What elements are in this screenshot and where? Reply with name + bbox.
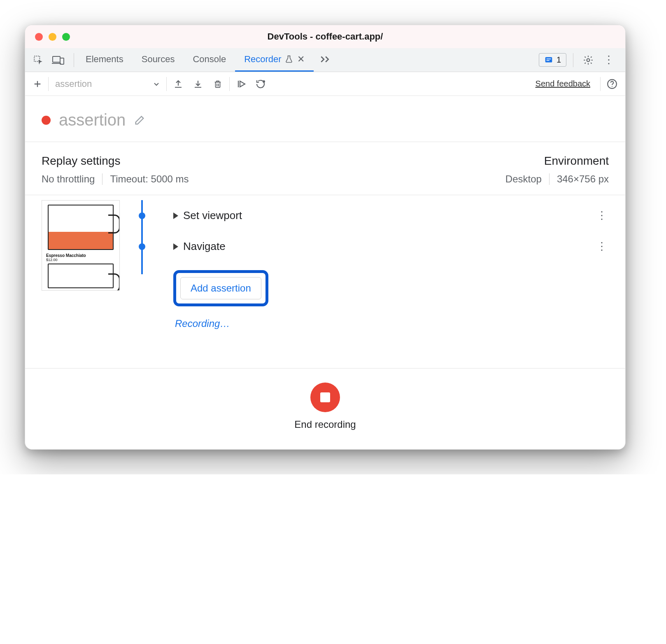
environment-viewport: 346×756 px: [557, 173, 609, 185]
end-recording-label: End recording: [294, 419, 356, 430]
svg-rect-7: [546, 60, 549, 61]
export-icon[interactable]: [170, 76, 186, 92]
environment-heading: Environment: [325, 154, 609, 168]
svg-point-18: [612, 86, 612, 86]
throttling-value[interactable]: No throttling: [42, 173, 95, 185]
more-tabs-icon[interactable]: [314, 48, 336, 72]
tab-console[interactable]: Console: [184, 48, 235, 72]
devtools-window: DevTools - coffee-cart.app/ Elements So: [25, 25, 626, 450]
replay-icon[interactable]: [233, 76, 249, 92]
svg-marker-15: [240, 81, 245, 87]
close-tab-icon[interactable]: ✕: [297, 54, 305, 65]
send-feedback-link[interactable]: Send feedback: [536, 79, 590, 89]
timeline-dot-icon: [139, 243, 145, 250]
window-minimize-button[interactable]: [49, 33, 56, 41]
timeline-step[interactable]: Navigate ⋮: [136, 231, 609, 262]
recording-title-row: assertion: [25, 96, 625, 142]
timeline-dot-icon: [139, 212, 145, 219]
panel-tabs: Elements Sources Console Recorder ✕: [77, 48, 336, 72]
svg-point-8: [587, 58, 590, 61]
window-close-button[interactable]: [35, 33, 43, 41]
recorder-toolbar: assertion: [25, 72, 625, 96]
delete-icon[interactable]: [210, 76, 226, 92]
import-icon[interactable]: [190, 76, 206, 92]
disclosure-triangle-icon[interactable]: [173, 212, 178, 219]
steps-timeline: Set viewport ⋮ Navigate ⋮ Add assertion …: [136, 200, 609, 352]
step-label: Set viewport: [183, 209, 242, 222]
issues-count: 1: [557, 55, 561, 65]
add-assertion-button[interactable]: Add assertion: [180, 277, 261, 299]
edit-title-icon[interactable]: [134, 114, 145, 126]
end-recording-button[interactable]: [310, 383, 340, 412]
new-recording-icon[interactable]: [30, 79, 45, 89]
step-label: Navigate: [183, 240, 226, 253]
experiment-icon: [285, 55, 293, 63]
timeline-rail: [141, 200, 143, 274]
environment-device: Desktop: [505, 173, 542, 185]
stop-icon: [320, 392, 330, 402]
devtools-tabstrip: Elements Sources Console Recorder ✕: [25, 48, 625, 72]
step-options-icon[interactable]: ⋮: [596, 240, 609, 253]
preview-product-price: $12.00: [46, 258, 117, 262]
preview-product-label: Espresso Macchiato: [46, 253, 117, 258]
timeout-value[interactable]: Timeout: 5000 ms: [110, 173, 189, 185]
inspect-element-icon[interactable]: [30, 52, 47, 68]
window-title: DevTools - coffee-cart.app/: [25, 31, 625, 42]
svg-rect-1: [53, 56, 60, 62]
timeline-area: Espresso Macchiato $12.00 Set viewport ⋮…: [25, 195, 625, 368]
recording-status: Recording…: [175, 318, 609, 329]
recorder-footer: End recording: [25, 368, 625, 449]
preview-product-image: [48, 264, 114, 288]
tab-sources[interactable]: Sources: [133, 48, 184, 72]
traffic-lights: [25, 33, 70, 41]
svg-rect-5: [545, 57, 552, 62]
recording-select-value: assertion: [55, 79, 92, 89]
replay-settings-heading: Replay settings: [42, 154, 325, 168]
window-zoom-button[interactable]: [62, 33, 70, 41]
svg-rect-6: [546, 58, 551, 59]
svg-point-16: [263, 80, 265, 83]
performance-replay-icon[interactable]: [253, 76, 269, 92]
recording-title: assertion: [59, 111, 126, 129]
tab-elements[interactable]: Elements: [77, 48, 133, 72]
recording-select[interactable]: assertion: [52, 79, 163, 89]
timeline-step[interactable]: Set viewport ⋮: [136, 200, 609, 231]
window-titlebar: DevTools - coffee-cart.app/: [25, 25, 625, 48]
help-icon[interactable]: [604, 76, 620, 92]
add-assertion-highlight: Add assertion: [173, 270, 268, 306]
page-preview: Espresso Macchiato $12.00: [42, 200, 120, 291]
chevron-down-icon: [153, 81, 160, 87]
tab-recorder[interactable]: Recorder ✕: [235, 48, 313, 72]
recording-indicator-icon: [42, 116, 51, 125]
issues-badge[interactable]: 1: [539, 53, 566, 67]
disclosure-triangle-icon[interactable]: [173, 243, 178, 250]
device-toolbar-icon[interactable]: [50, 52, 66, 68]
settings-icon[interactable]: [580, 52, 596, 68]
settings-row: Replay settings No throttling Timeout: 5…: [25, 142, 625, 195]
more-options-icon[interactable]: ⋮: [601, 52, 617, 68]
svg-rect-11: [216, 82, 220, 87]
step-options-icon[interactable]: ⋮: [596, 209, 609, 222]
preview-product-image: [48, 205, 114, 250]
